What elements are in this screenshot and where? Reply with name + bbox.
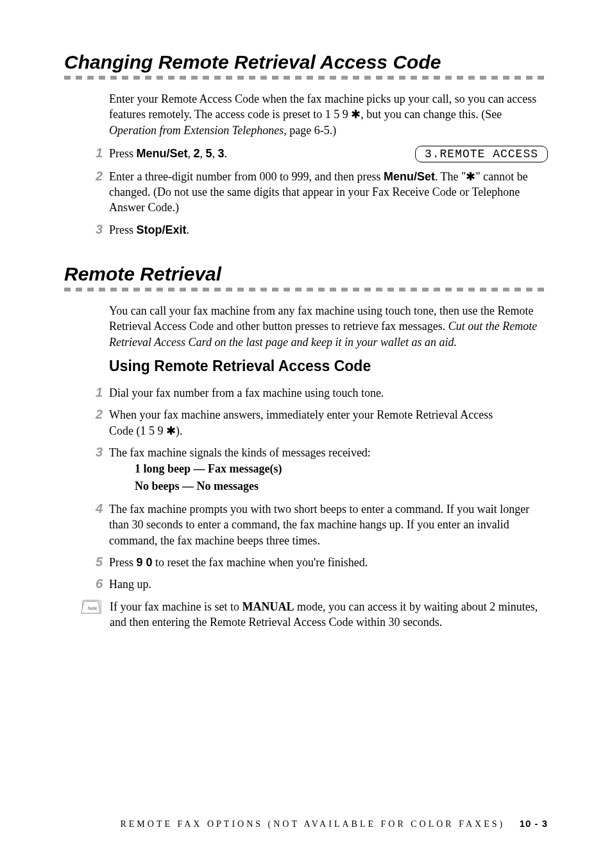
step-number: 1: [90, 146, 109, 161]
key-label: 9 0: [137, 556, 153, 569]
step-number: 4: [90, 501, 109, 516]
star-icon: ✱: [166, 424, 176, 437]
section-divider-1: [64, 76, 548, 80]
section-title-2: Remote Retrieval: [64, 263, 548, 285]
key-label: Stop/Exit: [137, 223, 187, 236]
step-text: When your fax machine answers, immediate…: [109, 408, 493, 421]
key-label: Menu/Set: [384, 170, 435, 183]
key-label: 2: [194, 147, 200, 160]
note-content: If your fax machine is set to MANUAL mod…: [110, 599, 548, 630]
step-number: 3: [90, 445, 109, 460]
intro-text: , page 6-5.): [284, 124, 336, 137]
section2-intro: You can call your fax machine from any f…: [109, 303, 548, 350]
page-footer: REMOTE FAX OPTIONS (NOT AVAILABLE FOR CO…: [64, 818, 548, 829]
key-label: 3: [218, 147, 225, 160]
step2-5-row: 5 Press 9 0 to reset the fax machine whe…: [90, 555, 548, 570]
step-text: .: [225, 147, 228, 160]
step-content: Enter a three-digit number from 000 to 9…: [109, 169, 548, 216]
step-text: Enter a three-digit number from 000 to 9…: [109, 170, 384, 183]
star-icon: ✱: [351, 108, 361, 121]
step-3-row: 3 Press Stop/Exit.: [90, 222, 548, 238]
step-1-row: 1 Press Menu/Set, 2, 5, 3. 3.REMOTE ACCE…: [90, 146, 548, 162]
step-number: 1: [90, 385, 109, 400]
key-label: 5: [206, 147, 212, 160]
step-content: The fax machine signals the kinds of mes…: [109, 445, 548, 495]
step-text: ,: [212, 147, 218, 160]
step-text: ,: [188, 147, 194, 160]
step-number: 2: [90, 407, 109, 422]
star-icon: ✱: [466, 170, 475, 183]
step-content: Press Menu/Set, 2, 5, 3.: [109, 146, 402, 161]
step-text: .: [187, 223, 190, 236]
lcd-display-wrapper: 3.REMOTE ACCESS: [415, 146, 548, 162]
step-content: When your fax machine answers, immediate…: [109, 407, 548, 438]
step-content: Press 9 0 to reset the fax machine when …: [109, 555, 548, 570]
step-number: 6: [90, 577, 109, 591]
step2-6-row: 6 Hang up.: [90, 577, 548, 592]
step-text: Press: [109, 556, 137, 569]
step-number: 5: [90, 555, 109, 569]
footer-page-number: 10 - 3: [520, 818, 548, 829]
note-row: Note If your fax machine is set to MANUA…: [80, 599, 548, 630]
step-text: The fax machine signals the kinds of mes…: [109, 446, 371, 459]
step2-3-row: 3 The fax machine signals the kinds of m…: [90, 445, 548, 495]
step2-2-row: 2 When your fax machine answers, immedia…: [90, 407, 548, 438]
step-text: to reset the fax machine when you're fin…: [153, 556, 368, 569]
step2-1-row: 1 Dial your fax number from a fax machin…: [90, 385, 548, 401]
subsection-title: Using Remote Retrieval Access Code: [109, 358, 548, 375]
step-content: Press Stop/Exit.: [109, 222, 548, 238]
step-text: Press: [109, 223, 137, 236]
step-text: . The ": [435, 170, 466, 183]
step-text: ,: [200, 147, 206, 160]
step-content: The fax machine prompts you with two sho…: [109, 501, 548, 548]
section-divider-2: [64, 288, 548, 291]
section-title-1: Changing Remote Retrieval Access Code: [64, 51, 548, 73]
intro-text: , but you can change this. (See: [361, 108, 502, 121]
step-text: ).: [176, 424, 183, 437]
note-bold: MANUAL: [242, 600, 294, 613]
key-label: Menu/Set: [137, 147, 188, 160]
svg-text:Note: Note: [88, 606, 98, 611]
beep-list: 1 long beep — Fax message(s) No beeps — …: [135, 460, 548, 495]
note-icon: Note: [80, 599, 106, 618]
step-content: Dial your fax number from a fax machine …: [109, 385, 548, 401]
step-text: Code (1 5 9: [109, 424, 166, 437]
lcd-display: 3.REMOTE ACCESS: [415, 146, 548, 162]
step-number: 2: [90, 169, 109, 184]
step2-4-row: 4 The fax machine prompts you with two s…: [90, 501, 548, 548]
note-text: If your fax machine is set to: [110, 600, 242, 613]
beep-line-2: No beeps — No messages: [135, 478, 548, 495]
step-text: Press: [109, 147, 137, 160]
section1-intro: Enter your Remote Access Code when the f…: [109, 91, 548, 138]
step-content: Hang up.: [109, 577, 548, 592]
footer-text: REMOTE FAX OPTIONS (NOT AVAILABLE FOR CO…: [120, 819, 505, 829]
beep-line-1: 1 long beep — Fax message(s): [135, 460, 548, 478]
step-2-row: 2 Enter a three-digit number from 000 to…: [90, 169, 548, 216]
intro-italic-ref: Operation from Extension Telephones: [109, 124, 284, 137]
step-number: 3: [90, 222, 109, 237]
